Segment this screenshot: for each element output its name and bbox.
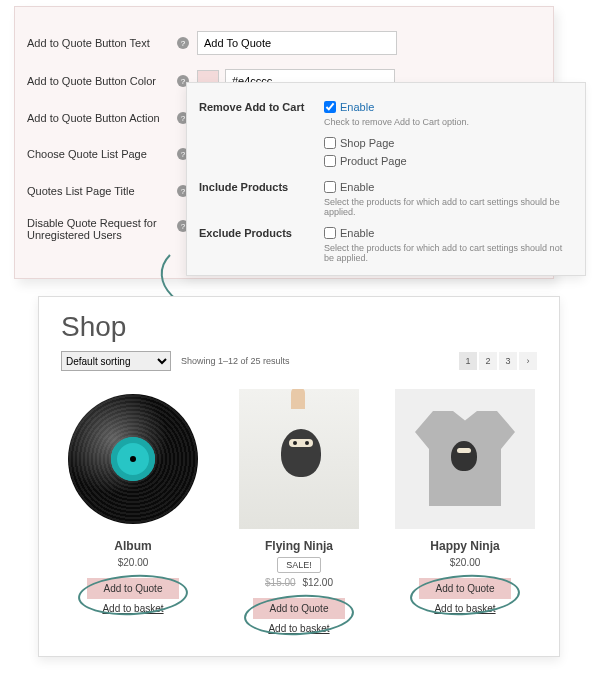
product-price: $20.00 <box>61 557 205 568</box>
add-to-basket-link[interactable]: Add to basket <box>419 603 511 614</box>
page-title: Shop <box>61 311 537 343</box>
row-remove-cart: Remove Add to Cart Enable Check to remov… <box>199 101 573 127</box>
shop-panel: Shop Default sorting Showing 1–12 of 25 … <box>38 296 560 657</box>
checkbox-input[interactable] <box>324 155 336 167</box>
label-disable-unreg: Disable Quote Request for Unregistered U… <box>27 217 177 241</box>
checkbox-remove-cart[interactable]: Enable <box>324 101 374 113</box>
help-icon[interactable]: ? <box>177 37 189 49</box>
product-card[interactable]: Album $20.00 Add to Quote Add to basket <box>61 389 205 634</box>
row-pages: Shop Page Product Page <box>199 137 573 171</box>
product-image <box>395 389 535 529</box>
shop-toolbar: Default sorting Showing 1–12 of 25 resul… <box>61 351 537 371</box>
checkbox-input[interactable] <box>324 137 336 149</box>
old-price: $15.00 <box>265 577 296 588</box>
desc-exclude: Select the products for which add to car… <box>324 243 573 263</box>
checkbox-shop-page[interactable]: Shop Page <box>324 137 573 149</box>
product-grid: Album $20.00 Add to Quote Add to basket … <box>61 389 537 634</box>
poster-image <box>239 389 359 529</box>
vinyl-record-icon <box>68 394 198 524</box>
row-button-text: Add to Quote Button Text ? <box>27 31 541 55</box>
label-button-action: Add to Quote Button Action <box>27 112 177 124</box>
input-button-text[interactable] <box>197 31 397 55</box>
add-to-basket-link[interactable]: Add to basket <box>87 603 179 614</box>
label-button-color: Add to Quote Button Color <box>27 75 177 87</box>
pagination: 1 2 3 › <box>459 352 537 370</box>
product-name: Happy Ninja <box>393 539 537 553</box>
product-name: Album <box>61 539 205 553</box>
row-include: Include Products Enable Select the produ… <box>199 181 573 217</box>
product-image <box>229 389 369 529</box>
settings-panel-cart: Remove Add to Cart Enable Check to remov… <box>186 82 586 276</box>
checkbox-input[interactable] <box>324 101 336 113</box>
page-2[interactable]: 2 <box>479 352 497 370</box>
checkbox-include[interactable]: Enable <box>324 181 374 193</box>
checkbox-product-page[interactable]: Product Page <box>324 155 573 167</box>
label-include: Include Products <box>199 181 324 193</box>
label-button-text: Add to Quote Button Text <box>27 37 177 49</box>
product-image <box>63 389 203 529</box>
label-quote-list-page: Choose Quote List Page <box>27 148 177 160</box>
sort-select[interactable]: Default sorting <box>61 351 171 371</box>
product-name: Flying Ninja <box>227 539 371 553</box>
page-1[interactable]: 1 <box>459 352 477 370</box>
results-count: Showing 1–12 of 25 results <box>181 356 290 366</box>
label-exclude: Exclude Products <box>199 227 324 239</box>
page-3[interactable]: 3 <box>499 352 517 370</box>
page-next[interactable]: › <box>519 352 537 370</box>
product-price: $15.00 $12.00 <box>227 577 371 588</box>
sale-badge: SALE! <box>277 557 321 573</box>
sale-price: $12.00 <box>302 577 333 588</box>
label-page-title: Quotes List Page Title <box>27 185 177 197</box>
add-to-quote-button[interactable]: Add to Quote <box>87 578 179 599</box>
checkbox-input[interactable] <box>324 181 336 193</box>
label-remove-cart: Remove Add to Cart <box>199 101 324 113</box>
desc-include: Select the products for which add to car… <box>324 197 573 217</box>
product-card[interactable]: Flying Ninja SALE! $15.00 $12.00 Add to … <box>227 389 371 634</box>
add-to-quote-button[interactable]: Add to Quote <box>419 578 511 599</box>
product-card[interactable]: Happy Ninja $20.00 Add to Quote Add to b… <box>393 389 537 634</box>
add-to-quote-button[interactable]: Add to Quote <box>253 598 345 619</box>
desc-remove-cart: Check to remove Add to Cart option. <box>324 117 573 127</box>
add-to-basket-link[interactable]: Add to basket <box>253 623 345 634</box>
checkbox-exclude[interactable]: Enable <box>324 227 374 239</box>
tshirt-image <box>395 389 535 529</box>
checkbox-input[interactable] <box>324 227 336 239</box>
product-price: $20.00 <box>393 557 537 568</box>
